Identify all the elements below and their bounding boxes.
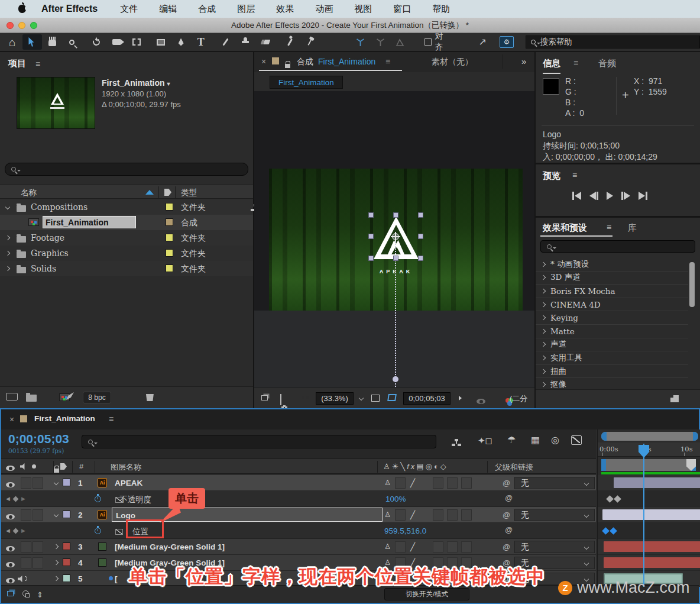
parent-pickwhip-icon[interactable]: @ bbox=[503, 542, 510, 551]
last-frame-button[interactable] bbox=[639, 192, 647, 200]
play-button[interactable] bbox=[607, 192, 613, 200]
comp-info-dropdown-icon[interactable]: ▾ bbox=[167, 80, 170, 87]
show-snapshot-icon[interactable] bbox=[477, 399, 485, 404]
breadcrumb-comp-name[interactable]: First_Animation bbox=[278, 78, 334, 87]
collapsed-chevron-icon[interactable] bbox=[5, 235, 10, 240]
project-row-graphics[interactable]: Graphics 文件夹 bbox=[0, 246, 253, 261]
add-keyframe-icon[interactable] bbox=[12, 528, 18, 534]
property-row-position[interactable]: ◀ ▶ 位置 959.5,516.0 @ bbox=[1, 523, 596, 539]
collapsed-chevron-icon[interactable] bbox=[5, 251, 10, 256]
effects-category[interactable]: 扭曲 bbox=[536, 365, 688, 379]
tab-footage[interactable]: 素材（无） bbox=[432, 57, 473, 67]
new-panel-icon[interactable] bbox=[670, 395, 679, 402]
in-out-columns-icon[interactable]: ⇕ bbox=[37, 590, 43, 599]
world-axis-mode-button[interactable] bbox=[371, 34, 391, 50]
region-of-interest-icon[interactable] bbox=[371, 395, 380, 402]
shy-switch[interactable]: ♙ bbox=[384, 542, 391, 551]
quality-switch[interactable]: ╱ bbox=[410, 542, 415, 551]
layer-name-column[interactable]: 图层名称 bbox=[111, 462, 141, 473]
project-row-solids[interactable]: Solids 文件夹 bbox=[0, 261, 253, 276]
clone-stamp-tool[interactable] bbox=[235, 34, 255, 50]
collapsed-chevron-icon[interactable] bbox=[54, 560, 59, 565]
effects-category[interactable]: Keying bbox=[536, 311, 688, 325]
expand-layers-icon[interactable] bbox=[7, 591, 14, 596]
menu-animation[interactable]: 动画 bbox=[315, 4, 333, 15]
parent-link-column[interactable]: 父级和链接 bbox=[495, 462, 533, 473]
snap-toggle[interactable]: 对齐 bbox=[424, 31, 452, 53]
comp-panel-menu-icon[interactable]: ≡ bbox=[385, 57, 390, 66]
draft-3d-icon[interactable]: ✦◻ bbox=[478, 435, 492, 446]
parent-dropdown[interactable]: 无 bbox=[514, 477, 595, 489]
always-preview-icon[interactable] bbox=[261, 395, 268, 400]
collapsed-chevron-icon[interactable] bbox=[54, 576, 59, 581]
project-item-name[interactable]: Footage bbox=[31, 233, 64, 243]
pan-behind-tool[interactable] bbox=[127, 34, 147, 50]
preview-panel-menu-icon[interactable]: ≡ bbox=[572, 170, 577, 180]
timeline-tab-name[interactable]: First_Animation bbox=[34, 414, 95, 423]
snap-options-button[interactable]: ↗ bbox=[472, 34, 492, 50]
sort-ascending-icon[interactable] bbox=[145, 190, 154, 195]
selection-handle[interactable] bbox=[418, 256, 423, 261]
graph-editor-icon[interactable] bbox=[571, 435, 582, 445]
selection-tool[interactable] bbox=[22, 34, 43, 50]
layer-bar-solid-2[interactable] bbox=[604, 557, 700, 568]
toolbar-settings-toggle[interactable]: ⚙ bbox=[500, 36, 514, 48]
frame-blend-master-icon[interactable]: ▦ bbox=[531, 434, 540, 445]
selection-handle[interactable] bbox=[393, 212, 398, 218]
menu-composition[interactable]: 合成 bbox=[198, 4, 216, 15]
effects-category[interactable]: Boris FX Mocha bbox=[536, 285, 688, 298]
resolution-dropdown[interactable]: (二分 bbox=[510, 393, 527, 404]
next-keyframe-icon[interactable]: ▶ bbox=[21, 528, 25, 534]
hand-tool[interactable] bbox=[42, 34, 62, 50]
trash-icon[interactable] bbox=[146, 394, 154, 401]
layer-label-chip[interactable] bbox=[63, 511, 70, 518]
lock-icon[interactable] bbox=[285, 64, 290, 68]
menu-file[interactable]: 文件 bbox=[120, 4, 138, 15]
label-color-chip[interactable] bbox=[166, 249, 173, 257]
quality-switch[interactable]: ╱ bbox=[410, 478, 415, 487]
label-color-chip[interactable] bbox=[166, 264, 173, 272]
visibility-eye-icon[interactable] bbox=[6, 514, 15, 519]
prev-keyframe-icon[interactable]: ◀ bbox=[6, 528, 10, 534]
label-column-icon[interactable] bbox=[60, 463, 67, 470]
effects-category[interactable]: 实用工具 bbox=[536, 351, 688, 365]
label-color-chip[interactable] bbox=[166, 234, 173, 241]
stopwatch-icon[interactable] bbox=[95, 528, 101, 534]
interpret-footage-icon[interactable] bbox=[6, 393, 18, 400]
layer-bar-apeak[interactable] bbox=[614, 477, 700, 488]
expand-chevron-icon[interactable] bbox=[54, 512, 59, 517]
expand-chevron-icon[interactable] bbox=[54, 480, 59, 485]
snap-checkbox[interactable] bbox=[424, 38, 432, 46]
shy-switch[interactable]: ♙ bbox=[384, 511, 391, 519]
project-item-name[interactable]: Solids bbox=[31, 264, 56, 273]
pen-tool[interactable] bbox=[171, 34, 191, 50]
info-panel-menu-icon[interactable]: ≡ bbox=[573, 58, 578, 67]
menu-edit[interactable]: 编辑 bbox=[159, 4, 177, 15]
layer-row-1[interactable]: 1 APEAK ♙ ╱ @ 无 bbox=[1, 475, 596, 491]
comp-info-name[interactable]: First_Animation bbox=[102, 78, 165, 88]
brush-tool[interactable] bbox=[216, 34, 236, 50]
layer-bar-logo[interactable] bbox=[602, 509, 700, 520]
layer-label-chip[interactable] bbox=[63, 558, 70, 566]
selection-handle[interactable] bbox=[393, 256, 398, 261]
tab-effects-presets[interactable]: 效果和预设 bbox=[543, 222, 587, 234]
local-axis-mode-button[interactable] bbox=[351, 34, 371, 50]
layer-name[interactable]: APEAK bbox=[115, 479, 142, 487]
layer-label-chip[interactable] bbox=[63, 574, 70, 582]
property-pickwhip-icon[interactable]: @ bbox=[505, 493, 513, 502]
quality-switch[interactable]: ╱ bbox=[410, 510, 415, 519]
transparency-grid-icon[interactable] bbox=[387, 394, 397, 401]
visibility-eye-icon[interactable] bbox=[6, 482, 15, 487]
selection-handle[interactable] bbox=[368, 234, 374, 239]
effects-scrollbar[interactable] bbox=[689, 262, 695, 307]
comp-viewer[interactable]: APEAK bbox=[254, 91, 534, 387]
column-type[interactable]: 类型 bbox=[181, 188, 197, 198]
selection-handle[interactable] bbox=[368, 212, 374, 218]
comp-tab-prefix[interactable]: 合成 bbox=[297, 57, 313, 67]
menu-layer[interactable]: 图层 bbox=[237, 4, 255, 15]
parent-pickwhip-icon[interactable]: @ bbox=[503, 511, 510, 519]
solo-column-icon[interactable] bbox=[32, 464, 36, 469]
project-panel-menu-icon[interactable]: ≡ bbox=[35, 59, 40, 69]
playhead-line[interactable] bbox=[643, 444, 644, 587]
tab-overflow-icon[interactable]: » bbox=[521, 56, 526, 66]
